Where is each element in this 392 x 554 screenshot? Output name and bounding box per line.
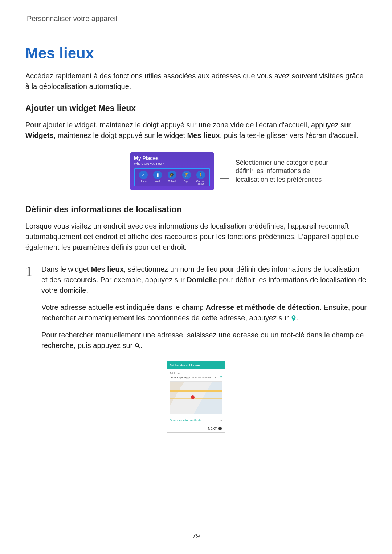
step-1: 1 Dans le widget Mes lieux, sélectionnez… [25,264,367,357]
subheading-set-location: Définir des informations de localisation [25,205,367,214]
text: Pour ajouter le widget, maintenez le doi… [25,121,351,129]
phone-address-label: Address [170,372,222,375]
intro-paragraph: Accédez rapidement à des fonctions utile… [25,71,367,92]
phone-header: Set location of Home [167,361,225,369]
phone-screenshot: Set location of Home Address on-si, Gyeo… [167,361,225,433]
running-head: Personnaliser votre appareil [27,15,367,23]
text: . [140,341,143,349]
svg-line-1 [138,346,140,348]
text: . [297,314,299,322]
bold-domicile: Domicile [187,276,217,284]
walk-icon: 🚶 [196,171,205,179]
widget-item-label: School [168,180,176,182]
widget-item-label: Work [155,180,160,182]
widget-item-school[interactable]: 🎓 School [165,171,179,185]
bold-mes-lieux: Mes lieux [91,265,124,273]
bold-widgets: Widgets [25,131,54,139]
my-places-widget: My Places Where are you now? ⌂ Home ▮ Wo… [130,152,214,190]
add-widget-paragraph: Pour ajouter le widget, maintenez le doi… [25,120,367,141]
text: , puis faites-le glisser vers l'écran d'… [220,131,359,139]
arrow-right-icon: › [218,427,222,430]
home-icon: ⌂ [139,171,148,179]
map-pin-icon [191,395,195,399]
subheading-add-widget: Ajouter un widget Mes lieux [25,103,367,113]
binding-edge [14,0,20,11]
widget-category-row: ⌂ Home ▮ Work 🎓 School 🏋 Gym 🚶 Out [134,168,210,186]
phone-address-row: on-si, Gyeonggi-do South Korea ✕ ⦿ [170,376,222,379]
text: Votre adresse actuelle est indiquée dans… [41,303,206,311]
search-icon [135,341,140,347]
phone-next-label: NEXT [208,427,217,430]
widget-item-label: Gym [184,180,189,182]
bold-mes-lieux: Mes lieux [187,131,220,139]
section-title: Mes lieux [25,45,367,62]
widget-item-gym[interactable]: 🏋 Gym [179,171,194,185]
location-pin-icon [291,313,297,319]
briefcase-icon: ▮ [153,171,162,179]
step1-paragraph2: Votre adresse actuelle est indiquée dans… [41,302,367,323]
widget-illustration-area: My Places Where are you now? ⌂ Home ▮ Wo… [25,152,367,190]
widget-callout: Sélectionner une catégorie pour définir … [236,159,341,184]
phone-map[interactable] [170,381,222,414]
location-pin-icon[interactable]: ⦿ [220,376,222,379]
widget-item-label: Home [140,180,147,182]
step1-paragraph1: Dans le widget Mes lieux, sélectionnez u… [41,264,367,296]
school-icon: 🎓 [168,171,176,179]
svg-point-0 [135,344,139,347]
widget-item-home[interactable]: ⌂ Home [136,171,151,185]
text: Dans le widget [41,265,91,273]
text: , maintenez le doigt appuyé sur le widge… [54,131,187,139]
set-location-paragraph: Lorsque vous visitez un endroit avec des… [25,221,367,253]
phone-screenshot-wrap: Set location of Home Address on-si, Gyeo… [25,361,367,433]
step1-paragraph3: Pour rechercher manuellement une adresse… [41,330,367,351]
step-number: 1 [25,264,35,279]
bold-address-method: Adresse et méthode de détection [206,303,320,311]
widget-title: My Places [134,155,210,161]
callout-connector [220,178,229,179]
page-number: 79 [0,532,392,540]
phone-other-label: Other detection methods [170,419,201,422]
chevron-down-icon: ⌄ [220,419,222,422]
phone-next-button[interactable]: NEXT › [167,424,225,432]
phone-address-section: Address on-si, Gyeonggi-do South Korea ✕… [167,369,225,416]
clear-icon[interactable]: ✕ [214,376,217,379]
page-content: Personnaliser votre appareil Mes lieux A… [0,0,392,433]
phone-address-text: on-si, Gyeonggi-do South Korea [170,376,211,379]
text: Pour rechercher manuellement une adresse… [41,331,364,349]
widget-subtitle: Where are you now? [134,162,210,165]
widget-item-out[interactable]: 🚶 Out and about [193,171,208,185]
gym-icon: 🏋 [182,171,191,179]
widget-item-work[interactable]: ▮ Work [151,171,165,185]
widget-item-label: Out and about [193,180,208,185]
phone-other-methods[interactable]: Other detection methods ⌄ [167,416,225,424]
